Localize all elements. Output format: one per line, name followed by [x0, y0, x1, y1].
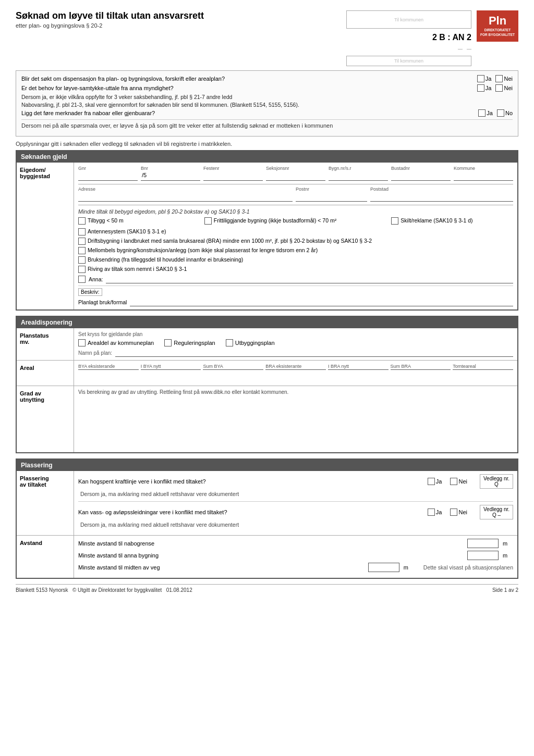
antenne-text: Antennesystem (SAK10 § 3-1 e)	[88, 228, 166, 236]
k1-ja-label: Ja	[436, 478, 442, 485]
skilt-option[interactable]: Skilt/reklame (SAK10 § 3-1 d)	[391, 217, 513, 225]
bustadnr-input[interactable]	[391, 171, 451, 181]
beskriv-label: Beskriv:	[78, 288, 102, 296]
cb-bruksendring[interactable]	[78, 256, 86, 264]
avstand-midten-veg-input[interactable]	[368, 563, 399, 572]
konflikt-q1-ja[interactable]: Ja	[428, 478, 442, 485]
intro-q1-nei[interactable]: Nei	[495, 75, 513, 82]
konflikt-q1-nei[interactable]: Nei	[450, 478, 467, 485]
antenne-option[interactable]: Antennesystem (SAK10 § 3-1 e)	[78, 228, 513, 236]
cb-kommuneplan[interactable]	[78, 339, 86, 346]
stamp-placeholder: Til kommunen	[394, 17, 423, 22]
sum-bya-input[interactable]	[203, 371, 263, 380]
drifts-option[interactable]: Driftsbygning i landbruket med samla bru…	[78, 237, 513, 245]
vedlegg-2-label: Vedlegg nr.	[483, 506, 509, 512]
gnr-input[interactable]	[78, 171, 138, 181]
cb-k2-ja[interactable]	[428, 509, 435, 516]
kommune-input[interactable]	[454, 171, 513, 181]
cb-antenne[interactable]	[78, 228, 86, 236]
header-right: Til kommunen 2 B : AN 2 — — Til kommunen…	[346, 10, 518, 66]
bnr-input[interactable]: /5	[141, 171, 200, 181]
bya-nytt-input[interactable]	[141, 371, 201, 380]
bya-eks-input[interactable]	[78, 371, 139, 380]
plan-option-utbygging[interactable]: Utbyggingsplan	[226, 339, 275, 346]
cb-q2-nei[interactable]	[495, 84, 503, 92]
k1-nei-label: Nei	[458, 478, 467, 485]
bruksendring-option[interactable]: Bruksendring (fra tilleggsdel til hovudd…	[78, 256, 513, 264]
cb-q1-ja[interactable]	[477, 75, 484, 82]
cb-k1-ja[interactable]	[428, 478, 435, 485]
cb-q3-nei[interactable]	[497, 109, 504, 117]
avstand-row-2: Minste avstand til anna bygning m	[78, 551, 513, 560]
plan-name-label: Namn på plan:	[78, 350, 112, 356]
cb-tilbygg[interactable]	[78, 217, 86, 225]
cb-frittiliggjande[interactable]	[204, 217, 212, 225]
cb-k1-nei[interactable]	[450, 478, 457, 485]
anna-option[interactable]: Anna:	[78, 275, 513, 283]
intro-q1-ja[interactable]: Ja	[477, 75, 492, 82]
avstand-nabogrense-input[interactable]	[467, 539, 499, 548]
konflikt-q2-block: Kan vass- og avløpssleidningar vere i ko…	[78, 501, 513, 528]
tilbygg-option[interactable]: Tilbygg < 50 m	[78, 217, 200, 225]
anna-input[interactable]	[106, 275, 513, 283]
bra-nytt-input[interactable]	[328, 371, 389, 380]
cb-k2-nei[interactable]	[450, 509, 457, 516]
areal-row-label: Areal	[17, 361, 74, 386]
bra-nytt-label: I BRA nytt	[328, 364, 389, 370]
regulering-label: Reguleringsplan	[174, 340, 215, 346]
grad-input-area[interactable]	[78, 397, 513, 449]
gnr-label: Gnr	[78, 166, 138, 171]
postnr-field: Postnr	[296, 187, 367, 202]
plan-option-regulering[interactable]: Reguleringsplan	[164, 339, 215, 346]
cb-skilt[interactable]	[391, 217, 398, 225]
intro-note2: Nabovarsling, jf. pbl 21-3, skal vere gj…	[21, 102, 513, 108]
plassering-av-tiltaket-label: Plassering av tiltaket	[17, 471, 74, 535]
intro-q2-ja[interactable]: Ja	[477, 84, 492, 92]
avstand-anna-bygning-input[interactable]	[467, 551, 499, 560]
mellombels-option[interactable]: Mellombels bygning/konstruksjon/anlegg (…	[78, 246, 513, 254]
festenr-input[interactable]	[203, 171, 263, 181]
intro-q3-answers: Ja No	[478, 109, 513, 117]
grad-area: Grad av utnytting Vis berekning av grad …	[17, 386, 517, 452]
konflikt-q2-ja[interactable]: Ja	[428, 509, 442, 516]
poststad-input[interactable]	[370, 192, 513, 202]
konflikt-q1-row: Kan hogspent kraftlinje vere i konflikt …	[78, 474, 513, 489]
avstand-nabogrense-text: Minste avstand til nabogrense	[78, 540, 463, 547]
cb-drifts[interactable]	[78, 238, 86, 245]
tomteareal-input[interactable]	[453, 371, 513, 380]
avstand-row-3: Minste avstand til midten av veg m Dette…	[78, 563, 513, 572]
konflikt-q2-nei[interactable]: Nei	[450, 509, 467, 516]
cb-q3-ja[interactable]	[478, 109, 486, 117]
plan-name-input[interactable]	[115, 349, 513, 357]
vedlegg-1-value[interactable]: Q	[483, 481, 509, 487]
postnr-input[interactable]	[296, 192, 367, 202]
seksjonsnr-input[interactable]	[266, 171, 325, 181]
planlagt-row: Beskriv:	[78, 286, 513, 296]
bygningsnr-input[interactable]	[329, 171, 388, 181]
plan-option-kommuneplan[interactable]: Arealdel av kommuneplan	[78, 339, 154, 346]
cb-regulering[interactable]	[164, 339, 172, 346]
tomteareal-label: Tomteareal	[453, 364, 513, 370]
planlagt-input[interactable]	[130, 298, 513, 306]
intro-q3-nei[interactable]: No	[497, 109, 513, 117]
adresse-input[interactable]	[78, 192, 293, 202]
cb-mellombels[interactable]	[78, 247, 86, 254]
sum-bra-input[interactable]	[391, 371, 451, 380]
cb-q2-ja[interactable]	[477, 84, 484, 92]
riving-option[interactable]: Riving av tiltak som nemnt i SAK10 § 3-1	[78, 265, 513, 273]
planstatus-row: Planstatus mv. Set kryss for gjeldande p…	[17, 328, 517, 360]
plassering-section: Plassering Plassering av tiltaket Kan ho…	[16, 458, 518, 579]
page-title: Søknad om løyve til tiltak utan ansvarsr…	[16, 10, 346, 21]
planlagt-bruk-row: Planlagt bruk/formal	[78, 298, 513, 306]
planlagt-label: Planlagt bruk/formal	[78, 299, 127, 305]
cb-utbygging[interactable]	[226, 339, 233, 346]
cb-q1-nei[interactable]	[495, 75, 503, 82]
cb-anna[interactable]	[78, 276, 86, 283]
frittiliggjande-option[interactable]: Frittiliggjande bygning (ikkje bustadfor…	[204, 217, 387, 225]
vedlegg-2-value[interactable]: Q –	[483, 512, 509, 518]
intro-q2-nei[interactable]: Nei	[495, 84, 513, 92]
cb-riving[interactable]	[78, 266, 86, 273]
eigedom-label: Eigedom/ byggjestad	[17, 163, 74, 309]
bra-eks-input[interactable]	[265, 371, 326, 380]
intro-q3-ja[interactable]: Ja	[478, 109, 493, 117]
